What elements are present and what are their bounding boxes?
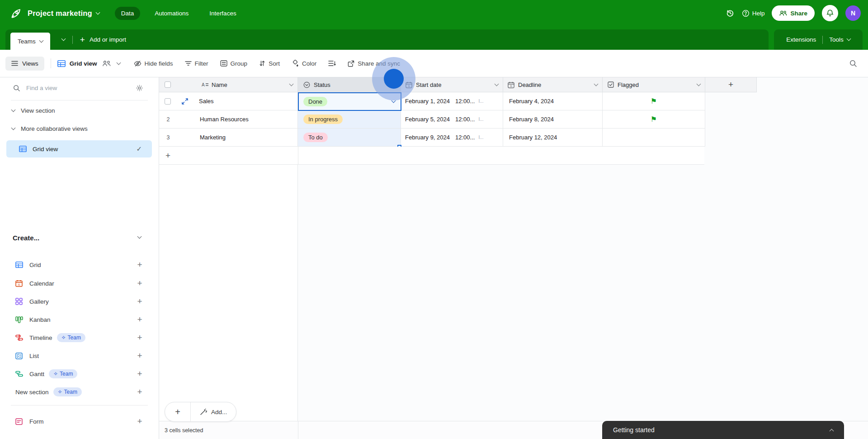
plus-icon[interactable]: + — [135, 351, 145, 361]
plus-icon[interactable]: + — [135, 369, 145, 379]
section-more-collaborative-views[interactable]: More collaborative views — [12, 125, 88, 132]
avatar[interactable]: N — [845, 5, 861, 21]
plus-icon[interactable]: + — [135, 333, 145, 343]
section-view-section[interactable]: View section — [12, 107, 55, 114]
sidebar-item-gantt[interactable]: Gantt ✧Team + — [0, 365, 159, 383]
column-header-deadline[interactable]: 31 Deadline — [503, 77, 603, 92]
flagged-cell[interactable]: ⚑ — [603, 92, 705, 110]
active-cell-status-sales[interactable]: Done — [298, 92, 401, 111]
share-and-sync-button[interactable]: Share and sync — [348, 60, 400, 67]
sidebar-item-form[interactable]: Form + — [0, 412, 159, 430]
expand-record-icon[interactable] — [182, 98, 188, 105]
column-header-start-date[interactable]: 31 Start date — [401, 77, 503, 92]
getting-started-panel[interactable]: Getting started — [602, 421, 844, 439]
add-record-button[interactable]: + — [165, 402, 190, 421]
column-header-status[interactable]: Status — [298, 77, 401, 92]
row-checkbox[interactable] — [165, 98, 171, 105]
timezone-icon: I... — [478, 117, 483, 122]
record-name[interactable]: Sales — [199, 98, 214, 105]
filter-button[interactable]: Filter — [185, 60, 208, 67]
color-button[interactable]: Color — [292, 60, 316, 67]
help-button[interactable]: Help — [742, 10, 765, 17]
notifications-button[interactable] — [822, 5, 838, 21]
deadline-cell[interactable]: February 4, 2024 — [503, 92, 603, 110]
sidebar-item-timeline[interactable]: Timeline ✧Team + — [0, 329, 159, 347]
chevron-down-icon — [95, 10, 100, 14]
row-height-button[interactable] — [328, 60, 336, 67]
views-button[interactable]: Views — [5, 57, 44, 71]
sort-button[interactable]: Sort — [259, 60, 280, 67]
find-view-input[interactable]: Find a view — [26, 85, 57, 91]
plus-icon[interactable]: + — [135, 416, 145, 426]
timezone-icon: I... — [478, 135, 483, 140]
magic-wand-icon — [200, 408, 207, 415]
flagged-cell[interactable]: ⚑ — [603, 110, 705, 129]
base-title[interactable]: Project marketing — [28, 9, 99, 18]
chevron-up-icon[interactable] — [830, 429, 834, 433]
record-name[interactable]: Human Resources — [200, 116, 249, 123]
flagged-cell[interactable] — [603, 129, 705, 147]
chevron-down-icon — [11, 126, 16, 130]
status-cell[interactable]: To do — [298, 129, 401, 147]
column-header-flagged[interactable]: Flagged — [603, 77, 705, 92]
sidebar-item-list[interactable]: List + — [0, 347, 159, 365]
chevron-down-icon[interactable] — [697, 81, 701, 86]
sidebar-item-new-section[interactable]: New section ✧Team + — [0, 383, 159, 401]
tab-automations[interactable]: Automations — [148, 7, 195, 20]
status-pill: In progress — [303, 115, 343, 124]
table-row[interactable]: 2 Human Resources — [159, 110, 298, 129]
sparkle-icon: ✧ — [61, 334, 66, 341]
table-row[interactable]: Sales — [159, 92, 298, 110]
sidebar-item-calendar[interactable]: 31 Calendar + — [0, 274, 159, 292]
plus-icon[interactable]: + — [135, 278, 145, 288]
plus-icon[interactable]: + — [135, 387, 145, 397]
table-tab-teams[interactable]: Teams — [10, 33, 50, 50]
ai-add-button[interactable]: Add... — [191, 402, 236, 421]
table-row[interactable]: 3 Marketing — [159, 129, 298, 147]
start-date-cell[interactable]: February 9, 2024 12:00... I... — [401, 129, 503, 147]
plus-icon[interactable]: + — [135, 315, 145, 324]
search-icon[interactable] — [849, 60, 857, 67]
plus-icon[interactable]: + — [135, 260, 145, 270]
sidebar-item-gallery[interactable]: Gallery + — [0, 292, 159, 310]
filter-icon — [185, 61, 192, 66]
sidebar-item-kanban[interactable]: Kanban + — [0, 310, 159, 329]
start-date-cell[interactable]: February 1, 2024 12:00... I... — [401, 92, 503, 110]
chevron-down-icon[interactable] — [137, 234, 142, 239]
add-record-row[interactable]: + — [159, 147, 704, 165]
gear-icon[interactable] — [136, 84, 143, 92]
select-all-checkbox[interactable] — [165, 81, 171, 88]
tools-button[interactable]: Tools — [829, 36, 850, 43]
chevron-down-icon[interactable] — [594, 81, 599, 86]
current-view-button[interactable]: Grid view — [57, 60, 120, 67]
svg-text:31: 31 — [510, 85, 513, 87]
chevron-down-icon[interactable] — [289, 81, 294, 86]
start-date-cell[interactable]: February 5, 2024 12:00... I... — [401, 110, 503, 129]
status-pill: Done — [303, 97, 327, 106]
history-icon[interactable] — [726, 9, 735, 18]
plus-icon[interactable]: + — [135, 296, 145, 306]
chevron-down-icon[interactable] — [495, 81, 499, 86]
deadline-cell[interactable]: February 8, 2024 — [503, 110, 603, 129]
tab-interfaces[interactable]: Interfaces — [203, 7, 242, 20]
share-button[interactable]: Share — [772, 5, 815, 21]
table-list-chevron-icon[interactable] — [61, 37, 66, 41]
checkbox-field-icon — [608, 81, 614, 88]
status-cell[interactable]: In progress — [298, 110, 401, 129]
hide-fields-button[interactable]: Hide fields — [134, 60, 173, 67]
calendar-icon: 31 — [508, 81, 514, 88]
sparkle-icon: ✧ — [53, 371, 58, 377]
sidebar-item-grid[interactable]: Grid + — [0, 256, 159, 274]
add-field-button[interactable]: + — [705, 77, 757, 92]
tab-data[interactable]: Data — [115, 7, 141, 20]
record-name[interactable]: Marketing — [200, 134, 226, 141]
sidebar-item-grid-view[interactable]: Grid view ✓ — [6, 140, 152, 157]
extensions-button[interactable]: Extensions — [786, 36, 816, 43]
plus-icon: + — [728, 80, 733, 90]
people-icon — [779, 10, 787, 16]
select-chevron-icon[interactable] — [392, 99, 396, 103]
column-header-name[interactable]: A Name — [159, 77, 298, 92]
deadline-cell[interactable]: February 12, 2024 — [503, 129, 603, 147]
add-or-import-button[interactable]: + Add or import — [80, 35, 126, 45]
group-button[interactable]: Group — [220, 60, 248, 67]
